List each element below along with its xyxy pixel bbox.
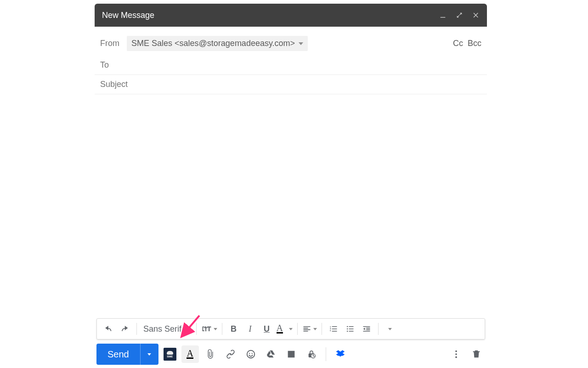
text-color-button[interactable]: A [276,321,294,337]
message-body[interactable] [95,94,487,318]
chevron-down-icon [289,328,293,330]
header-fields: From SME Sales <sales@storagemadeeasy.co… [95,27,487,94]
subject-row[interactable]: Subject [95,75,487,94]
window-title: New Message [102,11,439,20]
font-label: Sans Serif [143,324,181,334]
bcc-button[interactable]: Bcc [468,39,481,48]
from-value: SME Sales <sales@storagemadeeasy.com> [131,39,295,48]
formatting-toolbar: Sans Serif ᴛT B I U A [96,318,485,339]
chevron-down-icon [186,328,190,330]
minimize-icon[interactable] [439,12,447,19]
undo-button[interactable] [101,321,116,337]
to-row[interactable]: To [95,56,487,75]
svg-rect-0 [441,17,446,17]
titlebar: New Message [95,4,487,27]
more-formatting-button[interactable] [382,321,398,337]
from-row: From SME Sales <sales@storagemadeeasy.co… [95,31,487,56]
indent-less-button[interactable] [359,321,374,337]
dropbox-button[interactable] [332,345,349,363]
chevron-down-icon [214,328,217,330]
font-size-selector[interactable]: ᴛT [200,321,218,337]
font-family-selector[interactable]: Sans Serif [141,324,192,334]
discard-draft-button[interactable] [468,345,485,363]
send-button[interactable]: Send [96,344,140,365]
italic-button[interactable]: I [243,321,258,337]
align-button[interactable] [301,321,318,337]
chevron-down-icon [147,353,151,356]
numbered-list-button[interactable] [326,321,341,337]
chevron-down-icon [388,328,392,330]
svg-point-3 [347,331,348,332]
bullet-list-button[interactable] [342,321,358,337]
to-label: To [100,60,127,70]
svg-point-10 [455,353,457,355]
subject-label: Subject [100,80,128,89]
svg-point-2 [347,328,348,330]
send-options-button[interactable] [140,344,158,365]
redo-button[interactable] [117,321,133,337]
more-options-button[interactable] [447,345,465,363]
attach-file-button[interactable] [202,345,219,363]
fullscreen-icon[interactable] [456,12,463,19]
svg-point-11 [455,356,457,358]
bottom-toolbar: Send SME A [95,342,487,367]
from-selector[interactable]: SME Sales <sales@storagemadeeasy.com> [127,36,308,51]
cc-button[interactable]: Cc [453,39,463,48]
confidential-mode-button[interactable] [303,345,320,363]
svg-point-4 [247,351,254,358]
compose-window: New Message From SME Sales <sales@storag… [95,4,487,367]
chevron-down-icon [299,42,303,45]
formatting-toggle-button[interactable]: A [181,345,199,363]
insert-photo-button[interactable] [283,345,300,363]
svg-point-1 [347,326,348,328]
svg-point-5 [249,353,250,354]
insert-link-button[interactable] [222,345,239,363]
close-icon[interactable] [472,12,480,19]
svg-point-6 [251,353,252,354]
svg-point-9 [455,351,457,352]
bold-button[interactable]: B [226,321,242,337]
insert-emoji-button[interactable] [242,345,260,363]
underline-button[interactable]: U [259,321,275,337]
sme-icon: SME [164,348,176,361]
insert-drive-button[interactable] [262,345,280,363]
sme-extension-button[interactable]: SME [161,345,179,363]
from-label: From [100,39,127,48]
titlebar-actions [439,12,480,19]
send-button-group: Send [96,344,158,365]
chevron-down-icon [313,328,317,330]
